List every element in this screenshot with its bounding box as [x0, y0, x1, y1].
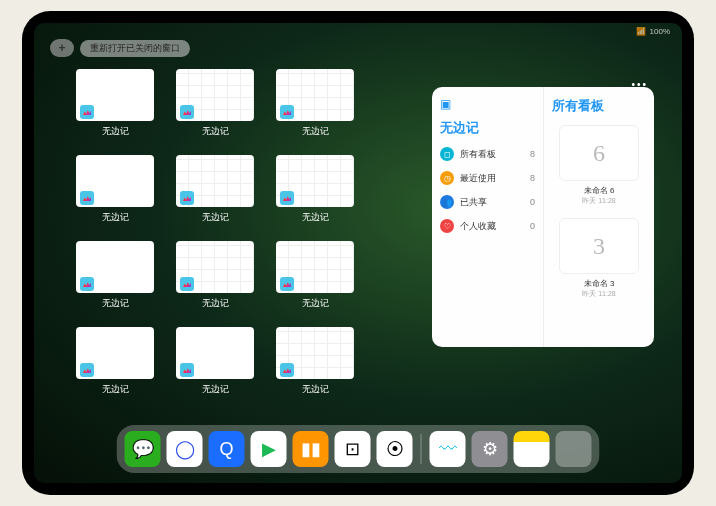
freeform-icon [80, 363, 94, 377]
sidebar-toggle-icon[interactable]: ▣ [440, 97, 535, 111]
wifi-icon: 📶 [636, 27, 646, 36]
window-thumb[interactable]: 无边记 [76, 69, 154, 143]
board-name: 未命名 3 [584, 278, 615, 289]
row-icon: ♡ [440, 219, 454, 233]
thumb-preview [76, 241, 154, 293]
thumb-preview [76, 155, 154, 207]
panel-row[interactable]: ◷最近使用8 [440, 171, 535, 185]
thumb-preview [276, 327, 354, 379]
freeform-icon [80, 105, 94, 119]
panel-right-title: 所有看板 [552, 97, 646, 115]
freeform-icon [280, 191, 294, 205]
thumb-preview [176, 327, 254, 379]
board-thumb: 6 [559, 125, 639, 181]
dock-app-app7[interactable]: ⦿ [377, 431, 413, 467]
row-icon: ◻ [440, 147, 454, 161]
panel-left: ▣ 无边记 ◻所有看板8◷最近使用8👥已共享0♡个人收藏0 [432, 87, 544, 347]
freeform-icon [280, 363, 294, 377]
window-thumb[interactable]: 无边记 [276, 155, 354, 229]
app-expose-grid: 无边记无边记无边记无边记无边记无边记无边记无边记无边记无边记无边记无边记 [76, 69, 454, 401]
window-thumb[interactable]: 无边记 [76, 155, 154, 229]
row-icon: ◷ [440, 171, 454, 185]
thumb-label: 无边记 [302, 125, 329, 138]
thumb-preview [176, 69, 254, 121]
thumb-preview [176, 155, 254, 207]
panel-row[interactable]: 👥已共享0 [440, 195, 535, 209]
board-card[interactable]: 6未命名 6昨天 11:28 [556, 125, 642, 206]
row-count: 8 [530, 173, 535, 183]
row-icon: 👥 [440, 195, 454, 209]
window-thumb[interactable]: 无边记 [176, 69, 254, 143]
board-name: 未命名 6 [584, 185, 615, 196]
freeform-icon [180, 363, 194, 377]
panel-row[interactable]: ◻所有看板8 [440, 147, 535, 161]
battery-label: 100% [650, 27, 670, 36]
thumb-label: 无边记 [102, 297, 129, 310]
window-thumb[interactable]: 无边记 [276, 241, 354, 315]
row-label: 个人收藏 [460, 220, 496, 233]
window-thumb[interactable]: 无边记 [76, 327, 154, 401]
freeform-icon [280, 277, 294, 291]
dock-app-browser2[interactable]: Q [209, 431, 245, 467]
thumb-preview [276, 241, 354, 293]
thumb-preview [276, 69, 354, 121]
dock: 💬◯Q▶▮▮⊡⦿ 〰⚙ [117, 425, 600, 473]
row-label: 所有看板 [460, 148, 496, 161]
dock-app-app6[interactable]: ⊡ [335, 431, 371, 467]
row-count: 8 [530, 149, 535, 159]
dock-separator [421, 434, 422, 464]
board-date: 昨天 11:28 [582, 196, 615, 206]
thumb-label: 无边记 [202, 125, 229, 138]
new-window-button[interactable]: + [50, 39, 74, 57]
dock-app-play[interactable]: ▶ [251, 431, 287, 467]
thumb-label: 无边记 [102, 383, 129, 396]
freeform-icon [80, 191, 94, 205]
reopen-closed-pill[interactable]: 重新打开已关闭的窗口 [80, 40, 190, 57]
thumb-preview [276, 155, 354, 207]
panel-right: 所有看板 6未命名 6昨天 11:283未命名 3昨天 11:28 [544, 87, 654, 347]
panel-left-title: 无边记 [440, 119, 535, 137]
row-label: 已共享 [460, 196, 487, 209]
thumb-preview [176, 241, 254, 293]
screen: 📶 100% + 重新打开已关闭的窗口 无边记无边记无边记无边记无边记无边记无边… [34, 23, 682, 483]
row-count: 0 [530, 197, 535, 207]
freeform-icon [180, 277, 194, 291]
thumb-label: 无边记 [202, 211, 229, 224]
freeform-icon [80, 277, 94, 291]
window-thumb[interactable]: 无边记 [176, 155, 254, 229]
panel-row[interactable]: ♡个人收藏0 [440, 219, 535, 233]
window-thumb[interactable]: 无边记 [176, 327, 254, 401]
dock-app-books[interactable]: ▮▮ [293, 431, 329, 467]
dock-app-browser1[interactable]: ◯ [167, 431, 203, 467]
row-count: 0 [530, 221, 535, 231]
dock-app-notes[interactable] [514, 431, 550, 467]
board-thumb: 3 [559, 218, 639, 274]
window-thumb[interactable]: 无边记 [176, 241, 254, 315]
freeform-icon [280, 105, 294, 119]
thumb-label: 无边记 [102, 211, 129, 224]
top-controls: + 重新打开已关闭的窗口 [50, 39, 190, 57]
thumb-label: 无边记 [302, 383, 329, 396]
freeform-icon [180, 191, 194, 205]
freeform-icon [180, 105, 194, 119]
window-thumb[interactable]: 无边记 [76, 241, 154, 315]
window-thumb[interactable]: 无边记 [276, 327, 354, 401]
thumb-preview [76, 69, 154, 121]
thumb-label: 无边记 [202, 383, 229, 396]
ipad-frame: 📶 100% + 重新打开已关闭的窗口 无边记无边记无边记无边记无边记无边记无边… [22, 11, 694, 495]
thumb-label: 无边记 [302, 211, 329, 224]
thumb-preview [76, 327, 154, 379]
row-label: 最近使用 [460, 172, 496, 185]
dock-app-settings[interactable]: ⚙ [472, 431, 508, 467]
board-date: 昨天 11:28 [582, 289, 615, 299]
dock-app-freeform[interactable]: 〰 [430, 431, 466, 467]
window-thumb[interactable]: 无边记 [276, 69, 354, 143]
dock-app-folder[interactable] [556, 431, 592, 467]
status-bar: 📶 100% [636, 27, 670, 36]
thumb-label: 无边记 [302, 297, 329, 310]
thumb-label: 无边记 [202, 297, 229, 310]
board-card[interactable]: 3未命名 3昨天 11:28 [556, 218, 642, 299]
sidebar-panel[interactable]: ▣ 无边记 ◻所有看板8◷最近使用8👥已共享0♡个人收藏0 所有看板 6未命名 … [432, 87, 654, 347]
dock-app-wechat[interactable]: 💬 [125, 431, 161, 467]
thumb-label: 无边记 [102, 125, 129, 138]
